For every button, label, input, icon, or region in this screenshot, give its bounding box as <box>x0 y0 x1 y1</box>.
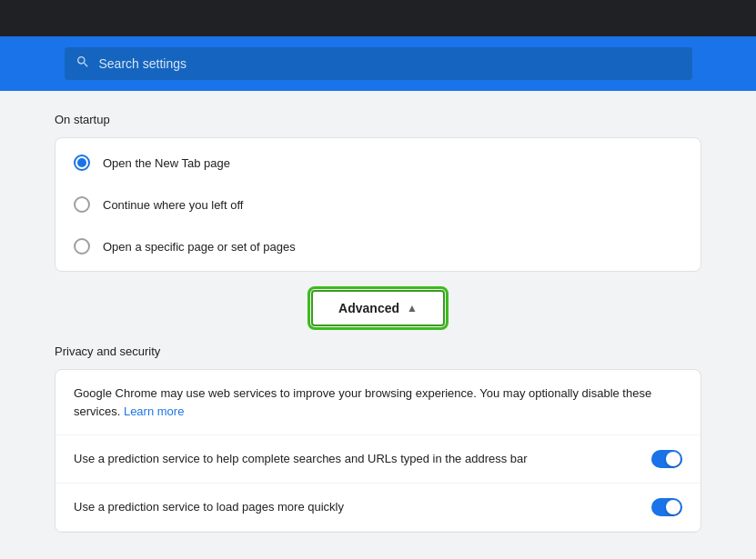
prediction-search-toggle[interactable] <box>651 450 682 468</box>
radio-continue[interactable] <box>74 196 90 213</box>
privacy-prediction-search-text: Use a prediction service to help complet… <box>74 450 651 468</box>
advanced-button-label: Advanced <box>338 301 399 315</box>
privacy-prediction-search-item: Use a prediction service to help complet… <box>55 435 701 484</box>
titlebar <box>0 0 756 36</box>
privacy-info-text: Google Chrome may use web services to im… <box>74 384 682 420</box>
learn-more-link[interactable]: Learn more <box>124 404 184 418</box>
privacy-section-title: Privacy and security <box>55 344 701 358</box>
radio-specific-page[interactable] <box>74 238 90 255</box>
chevron-up-icon: ▲ <box>407 302 418 314</box>
startup-options-card: Open the New Tab page Continue where you… <box>55 137 701 272</box>
radio-new-tab[interactable] <box>74 155 90 171</box>
search-icon <box>76 55 90 73</box>
prediction-load-toggle[interactable] <box>651 498 682 516</box>
search-bar-container: Search settings <box>0 36 756 91</box>
search-input-label: Search settings <box>99 56 187 71</box>
search-bar[interactable]: Search settings <box>65 47 692 80</box>
advanced-btn-wrap: Advanced ▲ <box>55 290 701 326</box>
privacy-card: Google Chrome may use web services to im… <box>55 369 701 533</box>
main-content: On startup Open the New Tab page Continu… <box>0 91 756 554</box>
radio-specific-page-label: Open a specific page or set of pages <box>103 240 296 254</box>
privacy-info-item: Google Chrome may use web services to im… <box>55 370 701 435</box>
privacy-prediction-load-item: Use a prediction service to load pages m… <box>55 484 701 532</box>
advanced-button[interactable]: Advanced ▲ <box>311 290 445 326</box>
on-startup-title: On startup <box>55 113 701 126</box>
radio-item-continue[interactable]: Continue where you left off <box>55 184 701 225</box>
radio-new-tab-label: Open the New Tab page <box>103 156 230 170</box>
radio-item-new-tab[interactable]: Open the New Tab page <box>55 142 701 184</box>
radio-continue-label: Continue where you left off <box>103 198 243 212</box>
radio-item-specific-page[interactable]: Open a specific page or set of pages <box>55 225 701 267</box>
privacy-prediction-load-text: Use a prediction service to load pages m… <box>74 498 651 516</box>
